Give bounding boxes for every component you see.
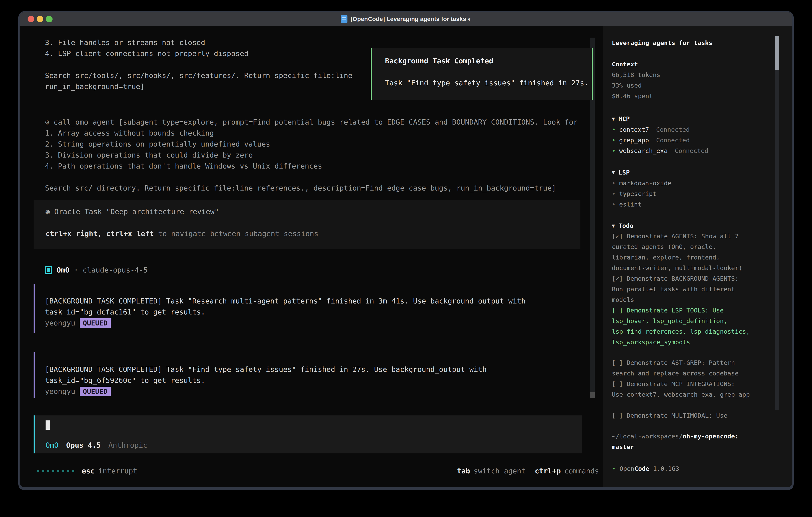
bullet-icon: • <box>612 145 616 156</box>
separator-dot: · <box>74 266 78 274</box>
opencode-app-icon <box>341 15 347 23</box>
todo-item-done: [✓] Demonstrate BACKGROUND AGENTS: Run p… <box>612 273 767 305</box>
input-meta-row: OmO Opus 4.5 Anthropic <box>46 441 147 449</box>
esc-key-label: interrupt <box>98 467 137 475</box>
window-title: [OpenCode] Leveraging agents for tasks ◐ <box>351 16 471 22</box>
esc-key-hint: esc <box>82 467 95 475</box>
todo-item-done: [✓] Demonstrate AGENTS: Show all 7 curat… <box>612 231 767 273</box>
mcp-item: • grep_app Connected <box>612 135 690 145</box>
sidebar-scrollbar-track[interactable] <box>775 36 779 410</box>
todo-item-pending: [ ] Demonstrate AST-GREP: Pattern search… <box>612 357 767 379</box>
prompt-input[interactable]: OmO Opus 4.5 Anthropic <box>34 415 582 454</box>
lsp-item: • eslint <box>612 199 642 210</box>
bullet-icon: • <box>612 124 616 135</box>
lsp-section-header[interactable]: ▼ LSP <box>612 167 630 178</box>
context-tokens: 66,518 tokens <box>612 70 660 80</box>
toast-body: Task "Find type safety issues" finished … <box>385 79 589 87</box>
workspace-path: ~/local-workspaces/oh-my-opencode: maste… <box>612 431 764 452</box>
queued-badge: QUEUED <box>80 318 111 328</box>
todo-heading: Todo <box>618 220 634 231</box>
lsp-item: • typescript <box>612 189 656 199</box>
opencode-version-row: •OpenCode 1.0.163 <box>612 463 679 474</box>
oracle-task-card: ◉ Oracle Task "Deep architecture review"… <box>34 200 580 249</box>
session-sidebar: Leveraging agents for tasks Context 66,5… <box>603 26 792 487</box>
sidebar-scrollbar-thumb[interactable] <box>775 36 779 70</box>
bullet-icon: • <box>612 135 616 145</box>
text-cursor <box>46 420 50 430</box>
window-body: [OpenCode] Leveraging agents for tasks ◐… <box>20 12 792 487</box>
hint-text: to navigate between subagent sessions <box>154 229 318 238</box>
collapse-triangle-icon: ▼ <box>612 113 615 124</box>
opencode-window: [OpenCode] Leveraging agents for tasks ◐… <box>19 11 793 490</box>
message-line-2: task_id="bg_6f59260c" to get results. <box>45 375 585 386</box>
background-task-toast: Background Task Completed Task "Find typ… <box>371 48 593 100</box>
context-spent: $0.46 spent <box>612 91 653 101</box>
input-provider-label: Anthropic <box>108 441 147 449</box>
tab-key-label: switch agent <box>473 467 525 475</box>
message-line-2: task_id="bg_dcfac161" to get results. <box>45 306 585 318</box>
message-author: yeongyu <box>45 386 75 397</box>
git-branch: master <box>612 443 634 451</box>
session-title: Leveraging agents for tasks <box>612 37 713 48</box>
message-line-1: [BACKGROUND TASK COMPLETED] Task "Resear… <box>45 296 585 306</box>
bullet-icon: • <box>612 199 616 210</box>
todo-item-pending: [ ] Demonstrate MCP INTEGRATIONS: Use co… <box>612 379 776 400</box>
bullet-icon: • <box>612 178 616 189</box>
subagent-navigation-hint: ctrl+x right, ctrl+x left to navigate be… <box>46 229 318 238</box>
lsp-item: • markdown-oxide <box>612 178 671 189</box>
collapse-triangle-icon: ▼ <box>612 220 615 231</box>
main-scrollbar-thumb[interactable] <box>590 392 594 398</box>
queued-badge: QUEUED <box>80 387 111 396</box>
agent-header-row: OmO · claude-opus-4-5 <box>45 265 148 275</box>
todo-item-pending: [ ] Demonstrate MULTIMODAL: Use <box>612 410 767 421</box>
bullet-icon: • <box>612 189 616 199</box>
context-heading: Context <box>612 59 638 70</box>
todo-section-header[interactable]: ▼ Todo <box>612 220 633 231</box>
spinner-dots-icon <box>37 470 74 472</box>
conversation-pane: 3. File handles or streams not closed 4.… <box>20 26 603 487</box>
toast-title: Background Task Completed <box>385 57 493 65</box>
tool-call-text: ⚙ call_omo_agent [subagent_type=explore,… <box>45 116 578 193</box>
input-agent-label: OmO <box>46 441 59 449</box>
titlebar: [OpenCode] Leveraging agents for tasks ◐ <box>20 12 792 26</box>
mcp-item: • websearch_exa Connected <box>612 145 708 156</box>
tab-key-hint: tab <box>457 467 470 475</box>
message-author: yeongyu <box>45 318 75 328</box>
collapse-triangle-icon: ▼ <box>612 167 615 178</box>
hint-shortcut: ctrl+x right, ctrl+x left <box>46 229 154 238</box>
fisheye-icon: ◉ <box>46 208 50 216</box>
oracle-task-title: ◉ Oracle Task "Deep architecture review" <box>46 208 219 216</box>
ctrlp-key-label: commands <box>564 467 599 475</box>
mcp-section-header[interactable]: ▼ MCP <box>612 113 630 124</box>
lsp-heading: LSP <box>618 167 630 178</box>
status-dot-icon: • <box>612 465 616 472</box>
background-task-message: [BACKGROUND TASK COMPLETED] Task "Resear… <box>34 284 585 333</box>
agent-name: OmO <box>57 266 69 274</box>
titlebar-center: [OpenCode] Leveraging agents for tasks ◐ <box>20 12 792 26</box>
message-line-1: [BACKGROUND TASK COMPLETED] Task "Find t… <box>45 364 585 375</box>
status-bar: esc interrupt tab switch agent ctrl+p co… <box>37 465 599 477</box>
agent-model: claude-opus-4-5 <box>83 266 148 274</box>
input-model-label: Opus 4.5 <box>66 441 101 449</box>
mcp-heading: MCP <box>618 113 630 124</box>
ctrlp-key-hint: ctrl+p <box>535 467 561 475</box>
context-used: 33% used <box>612 80 642 91</box>
mcp-item: • context7 Connected <box>612 124 690 135</box>
scrollback-text: 3. File handles or streams not closed 4.… <box>45 37 352 92</box>
todo-item-active: [ ] Demonstrate LSP TOOLS: Use lsp_hover… <box>612 305 776 348</box>
version-number: 1.0.163 <box>653 465 679 472</box>
agent-square-icon <box>45 266 52 274</box>
background-task-message: [BACKGROUND TASK COMPLETED] Task "Find t… <box>34 352 585 398</box>
